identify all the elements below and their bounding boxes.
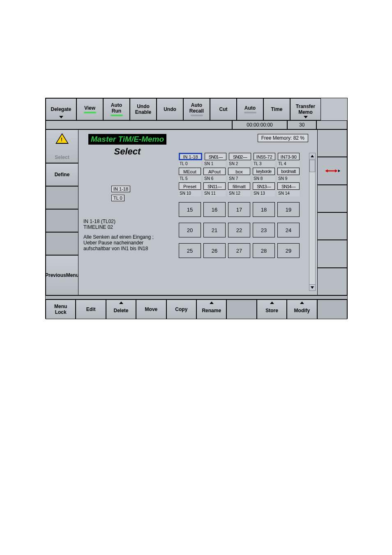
- auto-run-label2: Run: [112, 108, 121, 114]
- select-label: Select: [55, 154, 69, 160]
- left-blank-1[interactable]: [46, 186, 78, 209]
- left-blank-2[interactable]: [46, 209, 78, 232]
- grid-sublabel: SN 8: [253, 176, 275, 182]
- grid-cell[interactable]: IN73-90: [278, 153, 300, 160]
- grid-cell[interactable]: 19: [277, 202, 300, 217]
- undo-enable-button[interactable]: Undo Enable: [130, 98, 157, 120]
- grid-row-1: IN 1-18 SN01---- SN02---- IN55-72 IN73-9…: [179, 153, 300, 160]
- grid-row-3-tl: SN 10 SN 11 SN 12 SN 13 SN 14: [179, 191, 300, 196]
- right-slot-4[interactable]: [317, 212, 347, 240]
- grid-inner: IN 1-18 SN01---- SN02---- IN55-72 IN73-9…: [179, 153, 300, 264]
- auto-recall-button[interactable]: Auto Recall: [183, 98, 210, 120]
- grid-row-2-tl: TL 5 SN 6 SN 7 SN 8 SN 9: [179, 176, 300, 182]
- time-button[interactable]: Time: [263, 98, 290, 120]
- previous-menu-button[interactable]: Previous Menu: [46, 255, 78, 295]
- grid-cell[interactable]: APout: [203, 168, 226, 175]
- grid-sublabel: SN 10: [179, 191, 201, 196]
- right-slot-5[interactable]: [317, 240, 347, 267]
- delete-button[interactable]: Delete: [106, 299, 136, 319]
- grid-cell[interactable]: SN14----: [277, 182, 300, 190]
- grid-sublabel: SN 14: [277, 191, 300, 196]
- grid-scrollbar[interactable]: [309, 153, 316, 291]
- grid-cell[interactable]: 25: [179, 243, 201, 258]
- grid-cell[interactable]: 29: [277, 243, 300, 258]
- previous-menu-label1: Previous: [45, 272, 66, 278]
- grid-cell[interactable]: 18: [253, 202, 275, 217]
- undo-enable-label2: Enable: [135, 109, 151, 115]
- right-slot-6[interactable]: [317, 268, 347, 295]
- copy-button[interactable]: Copy: [166, 299, 196, 319]
- scroll-thumb[interactable]: [309, 160, 315, 172]
- grid-cell[interactable]: keyborde: [253, 168, 275, 175]
- view-button[interactable]: View: [76, 98, 103, 120]
- grid-cell[interactable]: 26: [203, 243, 226, 258]
- grid-sublabel: SN 1: [203, 161, 226, 167]
- bottom-blank[interactable]: [226, 299, 256, 319]
- grid-cell[interactable]: Preset: [179, 182, 201, 190]
- previous-menu-label2: Menu: [66, 272, 79, 278]
- status-left-blank: [46, 120, 232, 129]
- grid-cell[interactable]: SN01----: [205, 153, 226, 160]
- define-label: Define: [55, 172, 70, 177]
- grid-cell[interactable]: 22: [228, 223, 250, 237]
- grid-row-5: 20 21 22 23 24: [179, 223, 300, 237]
- auto-run-button[interactable]: Auto Run: [103, 98, 130, 120]
- autorecall-underline-icon: [191, 115, 203, 116]
- grid-cell[interactable]: 23: [253, 223, 275, 237]
- grid-sublabel: SN 13: [253, 191, 275, 196]
- grid-cell[interactable]: IN 1-18: [179, 153, 202, 160]
- grid-cell[interactable]: 15: [179, 202, 201, 217]
- undo-button[interactable]: Undo: [157, 98, 183, 120]
- grid-cell[interactable]: SN02----: [229, 153, 251, 160]
- grid-cell[interactable]: box: [228, 168, 250, 175]
- select-button[interactable]: ! Select: [46, 129, 78, 163]
- rename-button[interactable]: Rename: [196, 299, 226, 319]
- grid-cell[interactable]: 16: [203, 202, 226, 217]
- copy-label: Copy: [175, 306, 187, 312]
- grid-cell[interactable]: MEout: [179, 168, 201, 175]
- move-button[interactable]: Move: [136, 299, 166, 319]
- undo-enable-label1: Undo: [137, 104, 150, 109]
- grid-cell[interactable]: fillmatt: [228, 182, 250, 190]
- grid-cell[interactable]: SN11----: [203, 182, 226, 190]
- view-underline-icon: [84, 112, 96, 113]
- center-tag-tl: TL 0: [111, 195, 125, 201]
- main-area: ! Select Define Previous Menu Master TiM…: [46, 129, 347, 295]
- grid-cell[interactable]: 28: [253, 243, 275, 258]
- scroll-down-button[interactable]: [309, 284, 316, 291]
- separator-bar: [46, 295, 347, 299]
- grid-cell[interactable]: 24: [277, 223, 300, 237]
- delegate-button[interactable]: Delegate: [46, 98, 76, 120]
- right-slot-arrow[interactable]: [317, 157, 347, 184]
- right-slot-3[interactable]: [317, 185, 347, 212]
- cut-button[interactable]: Cut: [210, 98, 237, 120]
- chevron-down-icon: [59, 116, 63, 118]
- grid-cell[interactable]: 21: [203, 223, 226, 237]
- modify-button[interactable]: Modify: [287, 299, 317, 319]
- grid-cell[interactable]: SN13----: [253, 182, 275, 190]
- left-column: ! Select Define Previous Menu: [46, 129, 78, 295]
- grid-cell[interactable]: 20: [179, 223, 201, 237]
- desc-line-3: Alle Senken auf einen Eingang ;: [83, 234, 154, 240]
- menu-lock-button[interactable]: Menu Lock: [46, 299, 76, 319]
- right-column: [317, 129, 347, 295]
- grid-cell[interactable]: 17: [228, 202, 250, 217]
- bottom-blank-2[interactable]: [317, 299, 347, 319]
- store-button[interactable]: Store: [257, 299, 287, 319]
- auto-underline-icon: [244, 112, 256, 113]
- double-arrow-icon: [325, 167, 340, 175]
- svg-marker-3: [338, 170, 340, 172]
- grid-sublabel: TL 5: [179, 176, 201, 182]
- scroll-up-button[interactable]: [309, 153, 316, 159]
- right-slot-1[interactable]: [317, 129, 347, 157]
- left-blank-3[interactable]: [46, 232, 78, 255]
- grid-cell[interactable]: 27: [228, 243, 250, 258]
- grid-cell[interactable]: bordmatt: [277, 168, 300, 175]
- move-label: Move: [145, 306, 158, 312]
- grid-cell[interactable]: IN55-72: [254, 153, 275, 160]
- grid-row-1-tl: TL 0 SN 1 SN 2 TL 3 TL 4: [179, 161, 300, 167]
- define-button[interactable]: Define: [46, 163, 78, 186]
- auto-button[interactable]: Auto: [237, 98, 263, 120]
- edit-button[interactable]: Edit: [76, 299, 106, 319]
- transfer-memo-button[interactable]: Transfer Memo: [290, 98, 321, 120]
